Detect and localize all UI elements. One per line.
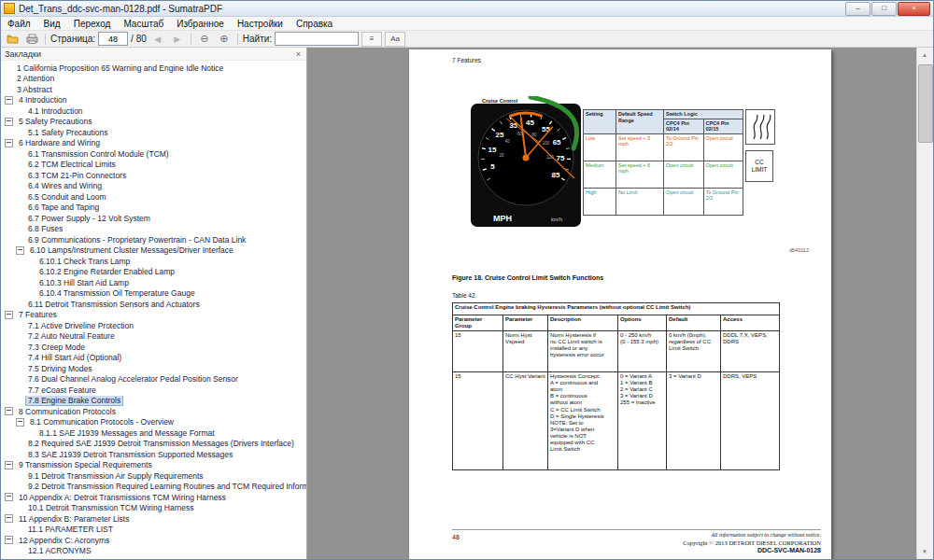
close-panel-icon[interactable]: × [296, 49, 301, 59]
nav-back-icon[interactable]: ◀ [149, 32, 166, 46]
bookmark-item[interactable]: 7.1 Active Driveline Protection [1, 320, 306, 331]
bookmark-item[interactable]: 6.5 Conduit and Loom [1, 191, 306, 203]
bookmark-label: 8 Communication Protocols [17, 407, 118, 416]
bookmark-label: 7.1 Active Driveline Protection [26, 321, 135, 330]
collapse-toggle-icon[interactable] [5, 461, 13, 469]
bookmark-item[interactable]: 7 Features [1, 310, 306, 321]
collapse-toggle-icon[interactable] [5, 96, 13, 105]
collapse-toggle-icon[interactable] [5, 118, 13, 126]
bookmark-item[interactable]: 9 Transmission Special Requirements [1, 460, 306, 471]
bookmark-item[interactable]: 6.1 Transmission Control Module (TCM) [1, 148, 306, 160]
bookmark-item[interactable]: 4 Introduction [1, 95, 306, 106]
bookmark-item[interactable]: 7.4 Hill Start Aid (Optional) [1, 353, 306, 364]
bookmark-item[interactable]: 10.1 Detroit Transmission TCM Wiring Har… [1, 503, 306, 514]
open-file-button[interactable] [4, 32, 21, 46]
bookmark-item[interactable]: 1 California Proposition 65 Warning and … [1, 63, 306, 74]
bookmark-item[interactable]: 6 Hardware and Wiring [1, 138, 306, 149]
bookmark-item[interactable]: 6.10.2 Engine Retarder Enabled Lamp [1, 267, 306, 278]
bookmark-label: 3 Abstract [15, 85, 54, 94]
bookmark-item[interactable]: 6.10.1 Check Trans Lamp [1, 256, 306, 267]
bookmark-item[interactable]: 6.8 Fuses [1, 224, 306, 235]
bookmark-item[interactable]: 8.2 Required SAE J1939 Detroit Transmiss… [1, 439, 306, 450]
menu-item-6[interactable]: Справка [290, 17, 339, 30]
bookmark-item[interactable]: 7.6 Dual Channel Analog Accelerator Peda… [1, 374, 306, 385]
bookmark-item[interactable]: 4.1 Introduction [1, 105, 306, 117]
bookmark-item[interactable]: 6.2 TCM Electrical Limits [1, 160, 306, 171]
bookmark-label: 8.2 Required SAE J1939 Detroit Transmiss… [26, 439, 296, 448]
bookmark-item[interactable]: 6.3 TCM 21-Pin Connectors [1, 170, 306, 181]
figure-caption: Figure 18. Cruise Control Limit Switch F… [452, 274, 603, 281]
bookmark-item[interactable]: 7.3 Creep Mode [1, 342, 306, 353]
collapse-toggle-icon[interactable] [16, 418, 24, 427]
bookmark-item[interactable]: 6.7 Power Supply - 12 Volt System [1, 213, 306, 224]
bookmark-item[interactable]: 7.7 eCoast Feature [1, 385, 306, 396]
collapse-toggle-icon[interactable] [16, 246, 24, 255]
match-case-button[interactable]: Aa [385, 32, 405, 47]
bookmark-item[interactable]: 8 Communication Protocols [1, 406, 306, 417]
bookmark-item[interactable]: 12.1 ACRONYMS [1, 546, 306, 557]
bookmark-item[interactable]: 11.1 PARAMETER LIST [1, 525, 306, 536]
bookmark-item[interactable]: 11 Appendix B: Parameter Lists [1, 513, 306, 525]
bookmark-item[interactable]: 2 Attention [1, 74, 306, 85]
zoom-out-icon[interactable]: ⊖ [196, 32, 213, 46]
collapse-toggle-icon[interactable] [5, 493, 13, 501]
print-button[interactable] [23, 32, 40, 46]
bookmark-item[interactable]: 6.9 Communications - Proprietary Powertr… [1, 234, 306, 245]
svg-text:100: 100 [543, 141, 550, 146]
collapse-toggle-icon[interactable] [5, 407, 13, 415]
svg-text:40: 40 [505, 139, 511, 144]
bookmark-label: 6.10.4 Transmission Oil Temperature Gaug… [37, 288, 197, 298]
page-total: / 80 [131, 34, 147, 44]
bookmark-item[interactable]: 9.1 Detroit Transmission Air Supply Requ… [1, 470, 306, 482]
page-number-input[interactable] [98, 32, 128, 46]
bookmark-label: 7.6 Dual Channel Analog Accelerator Peda… [26, 374, 240, 384]
close-button[interactable]: × [898, 2, 930, 16]
document-view[interactable]: 7 Features Cruise Control Set Speed 5152… [307, 48, 916, 559]
menubar: ФайлВидПереходМасштабИзбранноеНастройкиС… [1, 17, 933, 31]
bookmark-item[interactable]: 5 Safety Precautions [1, 117, 306, 128]
bookmark-item[interactable]: 12 Appendix C: Acronyms [1, 535, 306, 546]
vertical-scrollbar[interactable]: ▲ ▼ [916, 48, 933, 559]
bookmark-item[interactable]: 9.2 Detroit Transmission Required Learni… [1, 482, 306, 493]
collapse-toggle-icon[interactable] [5, 139, 13, 147]
menu-item-4[interactable]: Избранное [170, 17, 231, 30]
menu-item-0[interactable]: Файл [1, 17, 37, 30]
footer-rule [452, 529, 821, 530]
minimize-button[interactable]: – [845, 2, 870, 16]
find-highlight-icon[interactable]: ≡ [361, 32, 382, 47]
menu-item-1[interactable]: Вид [37, 17, 67, 30]
menu-item-2[interactable]: Переход [67, 17, 118, 30]
bookmark-item[interactable]: 7.8 Engine Brake Controls [1, 396, 306, 407]
bookmark-item[interactable]: 6.10.3 Hill Start Aid Lamp [1, 277, 306, 288]
bookmark-item[interactable]: 8.3 SAE J1939 Detroit Transmission Suppo… [1, 449, 306, 460]
app-window: Det_Trans_ddc-svc-man-0128.pdf - Sumatra… [0, 0, 934, 560]
collapse-toggle-icon[interactable] [5, 514, 13, 523]
bookmark-item[interactable]: 7.5 Driving Modes [1, 363, 306, 374]
zoom-in-icon[interactable]: ⊕ [216, 32, 233, 46]
svg-text:75: 75 [557, 154, 565, 162]
bookmark-item[interactable]: 8.1.1 SAE J1939 Messages and Message For… [1, 427, 306, 439]
scroll-up-icon[interactable]: ▲ [917, 48, 932, 63]
find-input[interactable] [275, 32, 359, 46]
menu-item-3[interactable]: Масштаб [117, 17, 170, 30]
maximize-button[interactable]: □ [871, 2, 897, 16]
bookmark-label: 7 Features [17, 310, 59, 319]
bookmark-item[interactable]: 8.1 Communication Protocols - Overview [1, 417, 306, 428]
nav-forward-icon[interactable]: ▶ [169, 32, 186, 46]
bookmark-item[interactable]: 10 Appendix A: Detroit Transmissions TCM… [1, 492, 306, 503]
collapse-toggle-icon[interactable] [5, 536, 13, 544]
menu-item-5[interactable]: Настройки [231, 17, 290, 30]
scroll-down-icon[interactable]: ▼ [917, 544, 932, 559]
bookmark-item[interactable]: 6.10 Lamps/Instrument Cluster Messages/D… [1, 245, 306, 257]
bookmark-label: 5.1 Safety Precautions [26, 128, 110, 137]
collapse-toggle-icon[interactable] [5, 311, 13, 319]
bookmark-item[interactable]: 6.10.4 Transmission Oil Temperature Gaug… [1, 288, 306, 300]
bookmark-item[interactable]: 5.1 Safety Precautions [1, 127, 306, 138]
bookmark-item[interactable]: 7.2 Auto Neutral Feature [1, 331, 306, 343]
bookmark-item[interactable]: 3 Abstract [1, 84, 306, 95]
bookmark-item[interactable]: 6.11 Detroit Transmission Sensors and Ac… [1, 299, 306, 310]
scrollbar-thumb[interactable] [918, 64, 933, 143]
bookmark-item[interactable]: 6.4 Wires and Wiring [1, 181, 306, 192]
titlebar[interactable]: Det_Trans_ddc-svc-man-0128.pdf - Sumatra… [1, 1, 933, 17]
bookmark-item[interactable]: 6.6 Tape and Taping [1, 203, 306, 214]
